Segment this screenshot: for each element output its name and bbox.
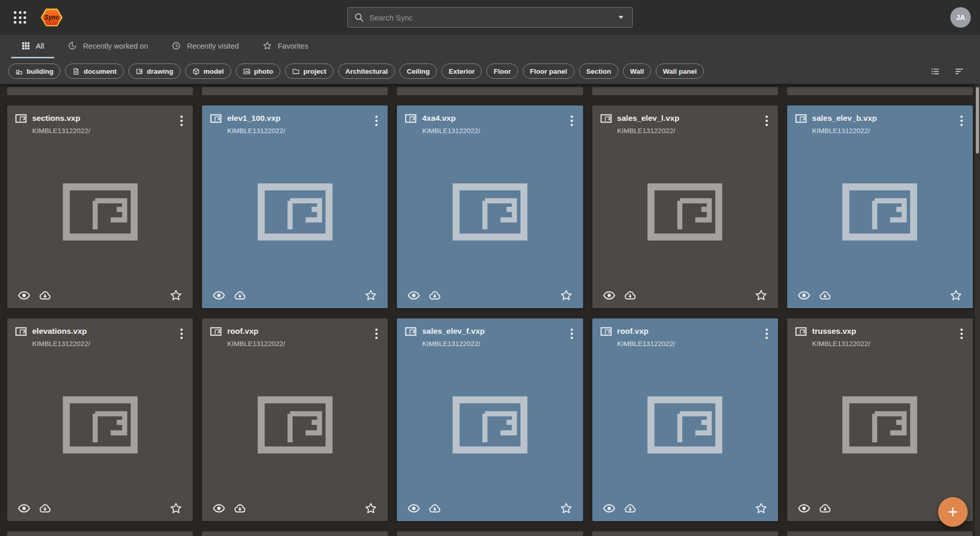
favorite-star-button[interactable] [364, 289, 377, 302]
search-icon [354, 12, 364, 23]
filter-chip-floor-panel[interactable]: Floor panel [523, 63, 574, 79]
cloud-download-button[interactable] [623, 289, 637, 302]
tab-favorites[interactable]: Favorites [252, 35, 319, 58]
add-fab-button[interactable] [938, 497, 968, 527]
card-header: 4xa4.vxp KIMBLE13122022/ [397, 105, 583, 135]
file-path: KIMBLE13122022/ [227, 127, 285, 135]
card-menu-button[interactable] [762, 327, 772, 341]
file-card[interactable]: roof.vxp KIMBLE13122022/ [592, 318, 778, 521]
star-icon [262, 41, 272, 51]
tab-all[interactable]: All [11, 35, 54, 58]
preview-eye-button[interactable] [212, 502, 226, 515]
card-menu-button[interactable] [371, 114, 382, 128]
favorite-star-button[interactable] [169, 289, 183, 302]
favorite-star-button[interactable] [560, 502, 573, 515]
view-list-button[interactable] [930, 66, 941, 77]
filter-chip-project[interactable]: project [285, 63, 333, 79]
card-header: elevations.vxp KIMBLE13122022/ [7, 318, 193, 348]
history-icon [68, 41, 77, 51]
file-card[interactable]: sales_elev_f.vxp KIMBLE13122022/ [397, 318, 583, 521]
search-input[interactable] [369, 13, 612, 22]
preview-eye-button[interactable] [797, 289, 811, 302]
file-card[interactable]: roof.vxp KIMBLE13122022/ [202, 318, 388, 521]
favorite-star-button[interactable] [949, 289, 963, 302]
file-card[interactable]: sales_elev_b.vxp KIMBLE13122022/ [787, 105, 973, 308]
card-menu-button[interactable] [567, 327, 577, 341]
filter-chip-exterior[interactable]: Exterior [441, 63, 482, 79]
filter-chip-wall[interactable]: Wall [623, 63, 651, 79]
filter-chip-ceiling[interactable]: Ceiling [399, 63, 437, 79]
filter-chip-architectural[interactable]: Architectural [338, 63, 395, 79]
file-path: KIMBLE13122022/ [617, 127, 680, 135]
file-card[interactable]: trusses.vxp KIMBLE13122022/ [787, 318, 973, 521]
filter-chip-floor[interactable]: Floor [486, 63, 518, 79]
card-menu-button[interactable] [956, 327, 967, 341]
cloud-download-button[interactable] [233, 502, 247, 515]
preview-eye-button[interactable] [407, 289, 420, 302]
sort-button[interactable] [954, 66, 965, 77]
scrollbar-thumb[interactable] [976, 87, 979, 154]
favorite-star-button[interactable] [364, 502, 377, 515]
tab-recently-worked-on[interactable]: Recently worked on [57, 35, 158, 58]
card-menu-button[interactable] [176, 327, 187, 341]
folder-icon [292, 68, 300, 75]
plus-icon [946, 505, 960, 519]
chip-label: building [27, 68, 53, 75]
filter-chip-wall-panel[interactable]: Wall panel [656, 63, 704, 79]
preview-eye-button[interactable] [17, 502, 31, 515]
preview-eye-button[interactable] [603, 289, 616, 302]
user-avatar[interactable]: JA [950, 7, 971, 28]
card-menu-button[interactable] [176, 114, 187, 128]
file-card[interactable]: sections.vxp KIMBLE13122022/ [7, 105, 193, 308]
kebab-icon [570, 115, 574, 127]
card-menu-button[interactable] [956, 114, 967, 128]
filter-chip-section[interactable]: Section [579, 63, 618, 79]
preview-eye-button[interactable] [17, 289, 31, 302]
cloud-download-icon [38, 289, 52, 302]
card-titles: sales_elev_f.vxp KIMBLE13122022/ [422, 327, 484, 348]
chip-label: photo [254, 68, 273, 75]
favorite-star-button[interactable] [169, 502, 183, 515]
cloud-download-button[interactable] [818, 502, 832, 515]
sync-logo[interactable]: Sync [40, 6, 63, 29]
cloud-download-button[interactable] [38, 502, 52, 515]
file-card[interactable]: 4xa4.vxp KIMBLE13122022/ [397, 105, 583, 308]
drawing-file-icon [210, 327, 221, 336]
chevron-down-icon [618, 15, 624, 19]
file-card[interactable]: sales_elev_l.vxp KIMBLE13122022/ [592, 105, 778, 308]
floor-plan-glyph [452, 183, 528, 241]
cloud-download-button[interactable] [233, 289, 247, 302]
filter-chip-photo[interactable]: photo [236, 63, 280, 79]
card-menu-button[interactable] [762, 114, 772, 128]
cloud-download-button[interactable] [428, 502, 441, 515]
tab-recently-visited[interactable]: Recently visited [161, 35, 249, 58]
filter-bar: building document drawing model [0, 58, 980, 84]
preview-eye-button[interactable] [212, 289, 226, 302]
file-card[interactable]: elevations.vxp KIMBLE13122022/ [7, 318, 193, 521]
cloud-download-button[interactable] [623, 502, 637, 515]
file-path: KIMBLE13122022/ [812, 127, 877, 135]
favorite-star-button[interactable] [754, 502, 768, 515]
eye-icon [603, 289, 616, 302]
preview-eye-button[interactable] [407, 502, 420, 515]
search-dropdown-caret[interactable] [616, 13, 626, 22]
favorite-star-button[interactable] [754, 289, 768, 302]
card-titles: 4xa4.vxp KIMBLE13122022/ [422, 114, 480, 135]
floor-plan-glyph [62, 183, 139, 241]
file-card[interactable]: elev1_100.vxp KIMBLE13122022/ [202, 105, 388, 308]
cloud-download-button[interactable] [428, 289, 441, 302]
search-bar[interactable] [347, 7, 633, 28]
filter-chip-drawing[interactable]: drawing [128, 63, 181, 79]
filter-chip-building[interactable]: building [8, 63, 60, 79]
filter-chip-model[interactable]: model [185, 63, 231, 79]
cloud-download-button[interactable] [38, 289, 52, 302]
favorite-star-button[interactable] [560, 289, 573, 302]
card-menu-button[interactable] [567, 114, 577, 128]
apps-grid-button[interactable] [9, 7, 31, 28]
card-actions [202, 502, 388, 521]
filter-chip-document[interactable]: document [65, 63, 124, 79]
preview-eye-button[interactable] [603, 502, 616, 515]
card-menu-button[interactable] [371, 327, 382, 341]
cloud-download-button[interactable] [818, 289, 832, 302]
preview-eye-button[interactable] [797, 502, 811, 515]
